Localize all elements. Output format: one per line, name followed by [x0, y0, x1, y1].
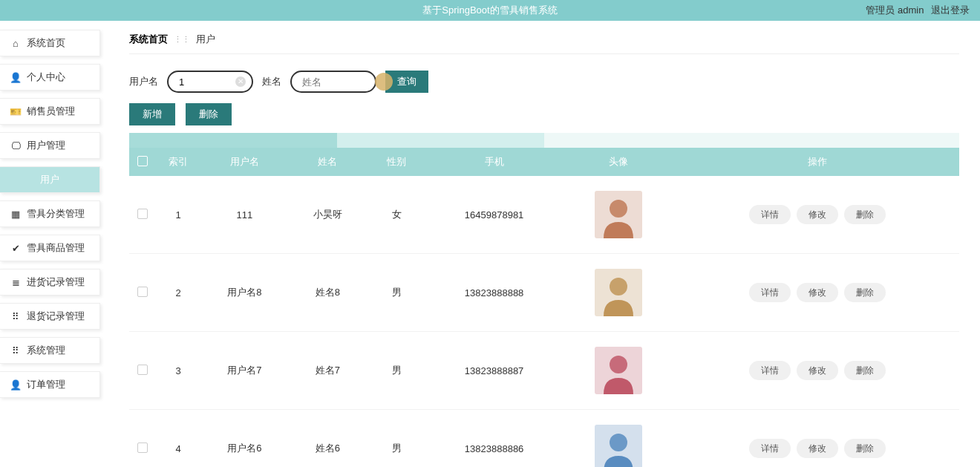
sidebar-item-7[interactable]: ≣进货记录管理 — [0, 269, 100, 295]
query-accent-circle — [375, 73, 393, 91]
role-label: 管理员 — [866, 4, 895, 16]
app-title: 基于SpringBoot的雪具销售系统 — [422, 4, 557, 17]
cell-idx: 3 — [156, 332, 200, 410]
th-2: 用户名 — [200, 148, 289, 176]
sidebar-item-label: 用户 — [40, 173, 59, 186]
cell-gender: 女 — [367, 176, 426, 254]
main-content: 系统首页 ⋮⋮ 用户 用户名 ✕ 姓名 查询 新增 删除 — [111, 21, 980, 467]
th-5: 手机 — [426, 148, 562, 176]
box-icon: ▦ — [10, 209, 21, 219]
detail-button[interactable]: 详情 — [749, 205, 791, 224]
sidebar-item-label: 进货记录管理 — [27, 275, 85, 289]
th-4: 性别 — [367, 148, 426, 176]
person-icon: 👤 — [10, 72, 21, 82]
edit-button[interactable]: 修改 — [797, 283, 838, 302]
sidebar-item-10[interactable]: 👤订单管理 — [0, 371, 100, 398]
sidebar-item-3[interactable]: 🖵用户管理 — [0, 132, 100, 159]
avatar — [595, 191, 642, 238]
cell-ops: 详情修改删除 — [676, 254, 959, 332]
cell-gender: 男 — [367, 254, 426, 332]
cell-username: 用户名7 — [200, 332, 289, 410]
th-0 — [129, 148, 156, 176]
breadcrumb-current: 用户 — [196, 33, 215, 46]
th-3: 姓名 — [289, 148, 367, 176]
username-label: admin — [898, 4, 924, 16]
th-1: 索引 — [156, 148, 200, 176]
sidebar-item-label: 用户管理 — [27, 139, 65, 152]
cell-ops: 详情修改删除 — [676, 410, 959, 468]
th-6: 头像 — [562, 148, 676, 176]
data-table: 索引用户名姓名性别手机头像操作 1111小昊呀女16459878981详情修改删… — [129, 148, 959, 467]
row-checkbox[interactable] — [137, 365, 148, 375]
home-icon: ⌂ — [10, 38, 21, 48]
cell-name: 姓名7 — [289, 332, 367, 410]
sidebar-item-label: 订单管理 — [27, 378, 65, 391]
row-delete-button[interactable]: 删除 — [844, 439, 886, 458]
row-checkbox[interactable] — [137, 209, 148, 219]
detail-button[interactable]: 详情 — [749, 283, 791, 302]
logout-link[interactable]: 退出登录 — [931, 4, 970, 16]
row-delete-button[interactable]: 删除 — [844, 205, 886, 224]
cell-ops: 详情修改删除 — [676, 176, 959, 254]
sidebar-item-0[interactable]: ⌂系统首页 — [0, 30, 100, 56]
topbar: 基于SpringBoot的雪具销售系统 管理员 admin 退出登录 — [0, 0, 980, 21]
sidebar-item-label: 雪具分类管理 — [27, 207, 85, 221]
sidebar-item-label: 个人中心 — [27, 71, 65, 84]
edit-button[interactable]: 修改 — [797, 361, 838, 380]
svg-point-1 — [610, 200, 627, 218]
row-checkbox[interactable] — [137, 287, 148, 297]
person-icon: 👤 — [10, 379, 21, 390]
topbar-right: 管理员 admin 退出登录 — [866, 4, 970, 17]
cell-idx: 1 — [156, 176, 200, 254]
sidebar-item-4[interactable]: 用户 — [0, 166, 100, 193]
th-7: 操作 — [676, 148, 959, 176]
breadcrumb-home[interactable]: 系统首页 — [129, 33, 168, 46]
cell-avatar — [562, 410, 676, 468]
cell-username: 111 — [200, 176, 289, 254]
select-all-checkbox[interactable] — [137, 156, 148, 166]
svg-point-3 — [610, 278, 627, 295]
sidebar-item-label: 销售员管理 — [27, 105, 75, 118]
edit-button[interactable]: 修改 — [797, 439, 838, 458]
avatar — [595, 425, 642, 467]
row-delete-button[interactable]: 删除 — [844, 283, 886, 302]
action-bar: 新增 删除 — [129, 103, 959, 125]
cell-gender: 男 — [367, 332, 426, 410]
sidebar-item-label: 雪具商品管理 — [27, 241, 85, 255]
avatar — [595, 269, 642, 316]
cell-username: 用户名8 — [200, 254, 289, 332]
ticket-icon: 🎫 — [10, 106, 21, 117]
sidebar-item-6[interactable]: ✔雪具商品管理 — [0, 235, 100, 261]
detail-button[interactable]: 详情 — [749, 361, 791, 380]
sidebar-item-5[interactable]: ▦雪具分类管理 — [0, 200, 100, 227]
sidebar-item-8[interactable]: ⠿退货记录管理 — [0, 303, 100, 330]
sidebar-item-9[interactable]: ⠿系统管理 — [0, 337, 100, 364]
grid-icon: ⠿ — [10, 345, 21, 356]
row-delete-button[interactable]: 删除 — [844, 361, 886, 380]
cell-phone: 13823888888 — [426, 254, 562, 332]
sidebar-item-2[interactable]: 🎫销售员管理 — [0, 98, 100, 125]
svg-point-7 — [610, 434, 627, 451]
sidebar-item-1[interactable]: 👤个人中心 — [0, 64, 100, 91]
filter-bar: 用户名 ✕ 姓名 查询 — [129, 71, 959, 93]
edit-button[interactable]: 修改 — [797, 205, 838, 224]
table-row: 4用户名6姓名6男13823888886详情修改删除 — [129, 410, 959, 468]
username-filter-label: 用户名 — [129, 75, 158, 88]
cell-avatar — [562, 332, 676, 410]
check-icon: ✔ — [10, 243, 21, 253]
monitor-icon: 🖵 — [10, 140, 21, 151]
clear-username-icon[interactable]: ✕ — [235, 76, 246, 87]
cell-avatar — [562, 254, 676, 332]
svg-point-5 — [610, 356, 627, 373]
cell-username: 用户名6 — [200, 410, 289, 468]
sidebar-item-label: 退货记录管理 — [27, 310, 85, 323]
sidebar-item-label: 系统管理 — [27, 344, 65, 357]
name-input[interactable] — [290, 71, 376, 93]
table-row: 2用户名8姓名8男13823888888详情修改删除 — [129, 254, 959, 332]
delete-button[interactable]: 删除 — [186, 103, 232, 125]
cell-idx: 4 — [156, 410, 200, 468]
row-checkbox[interactable] — [137, 442, 148, 453]
cell-name: 姓名8 — [289, 254, 367, 332]
detail-button[interactable]: 详情 — [749, 439, 791, 458]
add-button[interactable]: 新增 — [129, 103, 175, 125]
